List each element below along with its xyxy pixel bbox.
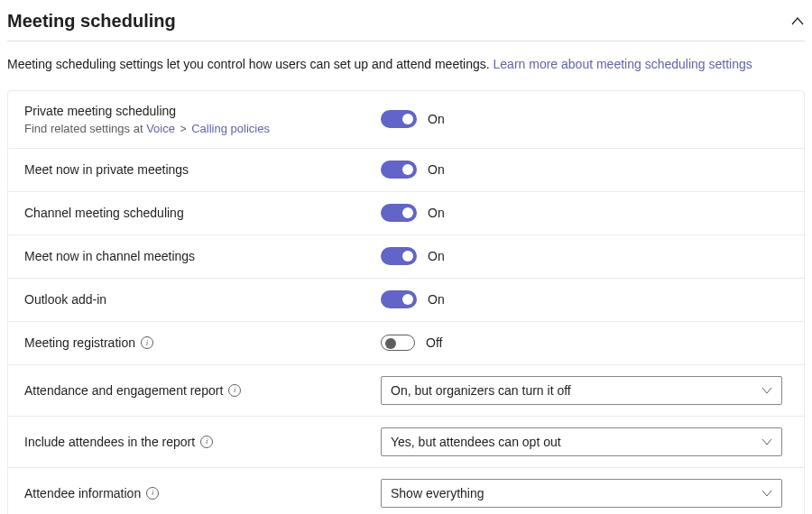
- calling-policies-link[interactable]: Calling policies: [191, 122, 270, 135]
- label-col: Include attendees in the report i: [24, 435, 381, 449]
- chevron-down-icon: [761, 436, 772, 447]
- chevron-down-icon: [761, 385, 772, 396]
- setting-hint: Find related settings at Voice > Calling…: [24, 122, 381, 135]
- toggle-state-label: On: [428, 206, 445, 220]
- setting-row-meet-now-private: Meet now in private meetings On: [8, 149, 804, 192]
- toggle-state-label: On: [428, 292, 445, 307]
- private-meeting-toggle[interactable]: [381, 110, 417, 128]
- control-col: Yes, but attendees can opt out: [381, 427, 788, 456]
- outlook-addin-toggle[interactable]: [381, 290, 417, 308]
- section-title: Meeting scheduling: [7, 11, 176, 32]
- setting-label: Meet now in channel meetings: [24, 249, 381, 263]
- label-col: Channel meeting scheduling: [24, 206, 381, 220]
- control-col: Show everything: [381, 479, 788, 508]
- include-attendees-dropdown[interactable]: Yes, but attendees can opt out: [381, 427, 782, 456]
- voice-link[interactable]: Voice: [146, 122, 175, 135]
- control-col: Off: [381, 335, 788, 351]
- breadcrumb-separator: >: [179, 123, 189, 135]
- label-col: Meet now in channel meetings: [24, 249, 381, 263]
- label-col: Meeting registration i: [24, 335, 381, 350]
- setting-row-channel-scheduling: Channel meeting scheduling On: [8, 192, 804, 235]
- setting-row-attendance-report: Attendance and engagement report i On, b…: [8, 365, 804, 417]
- label-col: Meet now in private meetings: [24, 162, 381, 177]
- setting-label: Outlook add-in: [24, 292, 381, 307]
- setting-label: Channel meeting scheduling: [24, 206, 381, 220]
- setting-label: Meeting registration: [24, 335, 135, 350]
- control-col: On: [381, 247, 788, 265]
- setting-label: Attendance and engagement report: [24, 383, 223, 398]
- setting-label: Private meeting scheduling: [24, 104, 381, 118]
- learn-more-link[interactable]: Learn more about meeting scheduling sett…: [494, 57, 752, 71]
- channel-scheduling-toggle[interactable]: [381, 204, 417, 222]
- info-icon[interactable]: i: [141, 336, 153, 349]
- info-icon[interactable]: i: [200, 436, 213, 448]
- info-icon[interactable]: i: [228, 384, 241, 397]
- setting-label: Attendee information: [24, 486, 141, 500]
- settings-card: Private meeting scheduling Find related …: [7, 90, 805, 514]
- setting-row-outlook-addin: Outlook add-in On: [8, 279, 804, 322]
- dropdown-value: On, but organizers can turn it off: [391, 383, 571, 398]
- label-col: Attendee information i: [24, 486, 381, 500]
- control-col: On: [381, 161, 788, 179]
- label-col: Outlook add-in: [24, 292, 381, 307]
- attendance-report-dropdown[interactable]: On, but organizers can turn it off: [381, 376, 782, 405]
- setting-row-meet-now-channel: Meet now in channel meetings On: [8, 235, 804, 279]
- description-text: Meeting scheduling settings let you cont…: [7, 57, 494, 71]
- section-header: Meeting scheduling: [7, 5, 805, 41]
- control-col: On: [381, 290, 788, 308]
- setting-row-private-meeting: Private meeting scheduling Find related …: [8, 91, 804, 149]
- setting-row-meeting-registration: Meeting registration i Off: [8, 322, 804, 365]
- attendee-info-dropdown[interactable]: Show everything: [381, 479, 782, 508]
- label-col: Attendance and engagement report i: [24, 383, 381, 398]
- section-description: Meeting scheduling settings let you cont…: [7, 56, 805, 74]
- setting-label: Meet now in private meetings: [24, 162, 381, 177]
- info-icon[interactable]: i: [146, 487, 159, 500]
- toggle-state-label: Off: [426, 335, 442, 350]
- toggle-state-label: On: [428, 112, 445, 126]
- collapse-section-icon[interactable]: [790, 14, 805, 29]
- meeting-registration-toggle[interactable]: [381, 335, 415, 351]
- control-col: On: [381, 110, 788, 128]
- dropdown-value: Show everything: [391, 486, 484, 500]
- meet-now-private-toggle[interactable]: [381, 161, 417, 179]
- toggle-state-label: On: [428, 249, 445, 263]
- toggle-state-label: On: [428, 162, 445, 177]
- control-col: On: [381, 204, 788, 222]
- meet-now-channel-toggle[interactable]: [381, 247, 417, 265]
- dropdown-value: Yes, but attendees can opt out: [391, 435, 561, 449]
- chevron-down-icon: [761, 488, 772, 499]
- label-col: Private meeting scheduling Find related …: [24, 104, 381, 135]
- setting-row-attendee-info: Attendee information i Show everything: [8, 468, 804, 514]
- control-col: On, but organizers can turn it off: [381, 376, 788, 405]
- setting-row-include-attendees: Include attendees in the report i Yes, b…: [8, 417, 804, 468]
- setting-label: Include attendees in the report: [24, 435, 195, 449]
